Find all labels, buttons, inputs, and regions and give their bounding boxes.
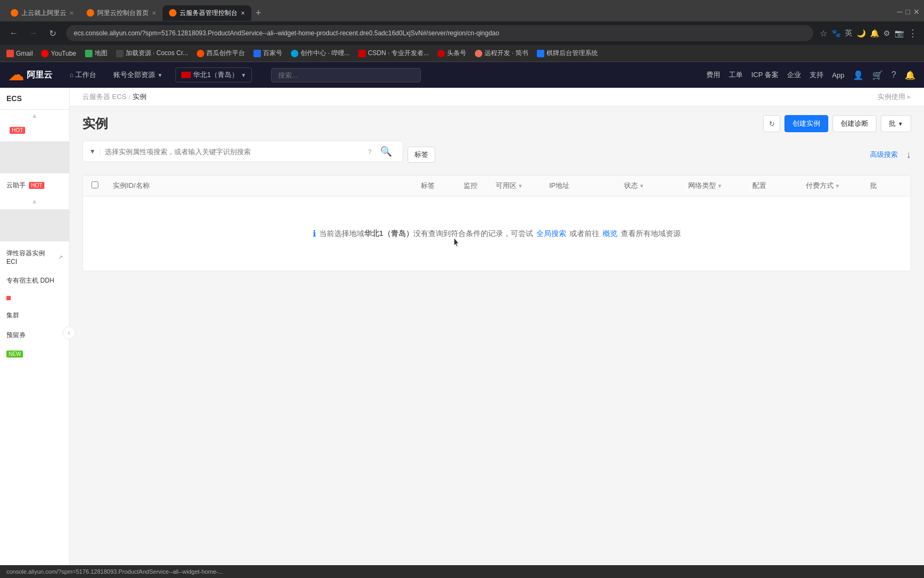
logo-text: 阿里云 — [27, 70, 52, 81]
bookmark-xigua[interactable]: 西瓜创作平台 — [197, 49, 245, 58]
tab-close-1[interactable]: ✕ — [70, 10, 74, 16]
bookmark-baijiahao[interactable]: 百家号 — [253, 49, 282, 58]
new-badge: NEW — [6, 351, 23, 358]
batch-button[interactable]: 批 ▼ — [881, 115, 911, 132]
search-input[interactable] — [105, 148, 364, 156]
search-filter-button[interactable]: ▼ — [89, 148, 101, 155]
dark-mode-icon[interactable]: 🌙 — [857, 29, 866, 37]
global-search-link[interactable]: 全局搜索 — [536, 229, 566, 239]
window-close-button[interactable]: ✕ — [913, 7, 920, 16]
sidebar-item-red-dot[interactable] — [0, 291, 69, 306]
maximize-button[interactable]: □ — [906, 7, 910, 16]
download-button[interactable]: ↓ — [906, 149, 911, 161]
sidebar-item-eci[interactable]: 弹性容器实例 ECI ↗ — [0, 244, 69, 271]
breadcrumb: 云服务器 ECS / 实例 实例使用 ▸ — [70, 88, 924, 107]
search-help-icon[interactable]: ? — [368, 148, 372, 156]
all-resources-label: 账号全部资源 — [113, 70, 155, 80]
camera-icon[interactable]: 📷 — [895, 29, 904, 37]
gmail-favicon — [6, 50, 14, 57]
bookmark-gmail[interactable]: Gmail — [6, 50, 33, 57]
bookmark-jianshu[interactable]: 远程开发 · 简书 — [475, 49, 528, 58]
bookmark-csdn[interactable]: CSDN · 专业开发者... — [358, 49, 429, 58]
status-bar: console.aliyun.com/?spm=5176.12818093.Pr… — [0, 565, 924, 578]
overview-link[interactable]: 概览 — [603, 229, 618, 239]
dropdown-icon: ▼ — [157, 72, 163, 78]
select-all-checkbox[interactable] — [91, 181, 98, 188]
workbench-nav[interactable]: ⌂ 工作台 — [65, 68, 101, 82]
bookmark-bilibili[interactable]: 创作中心 · 哔哩... — [291, 49, 350, 58]
instance-usage-link[interactable]: 实例使用 — [877, 93, 905, 101]
notification-bell-icon[interactable]: 🔔 — [905, 70, 915, 80]
sidebar-collapse-button[interactable]: ‹ — [63, 326, 75, 339]
minimize-button[interactable]: ─ — [897, 7, 903, 16]
create-instance-button[interactable]: 创建实例 — [784, 115, 828, 132]
back-button[interactable]: ← — [6, 26, 21, 41]
breadcrumb-sep: / — [128, 93, 130, 101]
advanced-search-button[interactable]: 高级搜索 — [870, 150, 898, 159]
new-tab-button[interactable]: + — [251, 7, 266, 19]
network-sort-icon: ▼ — [717, 183, 722, 189]
star-icon[interactable]: ☆ — [820, 28, 827, 39]
forward-button[interactable]: → — [26, 26, 41, 41]
notifications-icon[interactable]: 🔔 — [870, 29, 879, 37]
sidebar-item-ddh[interactable]: 专有宿主机 DDH — [0, 271, 69, 291]
th-more-text: 批 — [870, 181, 877, 189]
info-icon: ℹ — [313, 229, 316, 239]
collapse-icon: ‹ — [68, 329, 70, 337]
sidebar-item-assistant[interactable]: 云助手 HOT — [0, 176, 69, 195]
eci-label: 弹性容器实例 ECI — [6, 249, 55, 265]
main-layout: ECS ▲ HOT 云助手 HOT ▲ 弹性容器实例 ECI ↗ 专有宿主机 D… — [0, 88, 924, 578]
refresh-icon: ↻ — [769, 120, 775, 128]
settings-icon[interactable]: ⚙ — [883, 29, 890, 37]
sidebar-item-cluster[interactable]: 集群 — [0, 306, 69, 325]
bookmark-youtube[interactable]: YouTube — [41, 50, 76, 57]
browser-tab-3[interactable]: 云服务器管理控制台 ✕ — [163, 5, 251, 21]
filter-icon: ▼ — [89, 148, 96, 155]
th-network[interactable]: 网络类型 ▼ — [688, 181, 752, 191]
sidebar-item-new[interactable]: NEW — [0, 345, 69, 363]
sidebar-item-coupon[interactable]: 预留券 — [0, 325, 69, 345]
help-icon[interactable]: ? — [891, 70, 896, 80]
support-link[interactable]: 支持 — [810, 70, 823, 80]
jianshu-favicon — [475, 50, 482, 57]
tab-close-2[interactable]: ✕ — [152, 10, 156, 16]
bookmark-qipai[interactable]: 棋牌后台管理系统 — [537, 49, 598, 58]
cart-icon[interactable]: 🛒 — [872, 70, 883, 80]
tag-button[interactable]: 标签 — [407, 147, 435, 163]
refresh-button[interactable]: ↻ — [763, 115, 780, 132]
address-bar[interactable] — [66, 25, 813, 41]
scroll-down-indicator[interactable]: ▲ — [0, 195, 69, 207]
bookmark-maps[interactable]: 地图 — [85, 49, 107, 58]
reload-button[interactable]: ↻ — [45, 26, 60, 41]
th-status[interactable]: 状态 ▼ — [624, 181, 688, 191]
search-button[interactable]: 🔍 — [376, 146, 396, 157]
browser-tab-1[interactable]: 上云就上阿里云 ✕ — [4, 5, 80, 21]
sidebar-item-elastic[interactable]: HOT — [0, 121, 69, 139]
extensions-icon[interactable]: 🐾 — [831, 29, 841, 37]
app-link[interactable]: App — [832, 71, 844, 79]
user-icon[interactable]: 👤 — [853, 70, 864, 80]
all-resources-nav[interactable]: 账号全部资源 ▼ — [109, 68, 167, 82]
enterprise-link[interactable]: 企业 — [787, 70, 801, 80]
cost-link[interactable]: 费用 — [706, 70, 720, 80]
profile-icon[interactable]: 英 — [845, 28, 852, 38]
menu-dots-icon[interactable]: ⋮ — [908, 27, 918, 39]
icp-link[interactable]: ICP 备案 — [751, 70, 779, 80]
breadcrumb-ecs[interactable]: 云服务器 ECS — [82, 92, 126, 102]
th-ip-text: IP地址 — [549, 181, 569, 189]
cluster-label: 集群 — [6, 311, 19, 320]
header-search-input[interactable] — [271, 68, 421, 82]
aliyun-logo[interactable]: ☁ 阿里云 — [9, 66, 52, 84]
create-diagnose-button[interactable]: 创建诊断 — [833, 115, 876, 132]
th-payment[interactable]: 付费方式 ▼ — [806, 181, 870, 191]
th-zone[interactable]: 可用区 ▼ — [496, 181, 549, 191]
bookmark-cocos[interactable]: 加载资源 · Cocos Cr... — [116, 49, 188, 58]
browser-tab-2[interactable]: 阿里云控制台首页 ✕ — [80, 5, 163, 21]
tab-close-3[interactable]: ✕ — [241, 10, 245, 16]
region-selector[interactable]: 华北1（青岛） ▼ — [175, 67, 252, 82]
zone-sort-icon: ▼ — [518, 183, 523, 189]
bookmark-toutiao[interactable]: 头条号 — [437, 49, 466, 58]
empty-state: ℹ 当前选择地域华北1（青岛）没有查询到符合条件的记录，可尝试 全局搜索 或者前… — [83, 196, 911, 271]
ticket-link[interactable]: 工单 — [729, 70, 743, 80]
china-flag-icon — [181, 72, 191, 78]
